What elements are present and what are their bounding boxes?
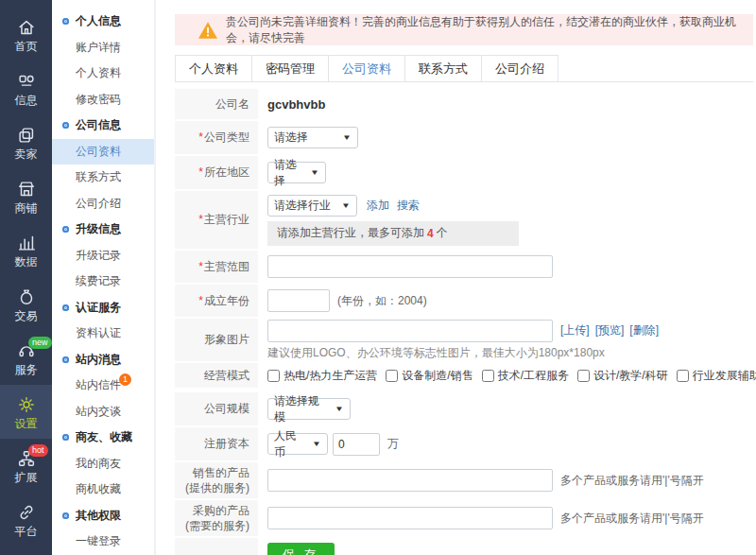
- region-row: 所在地区 请选择 ▼: [175, 156, 753, 189]
- image-upload-link[interactable]: [上传]: [560, 322, 590, 338]
- rail-item-service[interactable]: new 服务: [0, 331, 52, 385]
- menu-item-change-password[interactable]: 修改密码: [52, 87, 154, 113]
- founded-year-label: 成立年份: [198, 293, 249, 308]
- company-type-label: 公司类型: [198, 130, 249, 145]
- rail-item-label: 首页: [15, 41, 38, 52]
- menu-item-one-click-login[interactable]: 一键登录: [52, 529, 154, 555]
- rail-item-label: 服务: [15, 364, 38, 375]
- rail-item-label: 交易: [15, 310, 38, 321]
- business-mode-label: 经营模式: [204, 368, 249, 383]
- business-scope-row: 主营范围: [175, 251, 753, 283]
- menu-item-opportunity-favorites[interactable]: 商机收藏: [52, 477, 154, 503]
- products-sold-label: 销售的产品: [193, 465, 249, 480]
- app-root: 首页 信息 卖家 商铺 数据 交易 new 服务 设: [0, 0, 756, 555]
- menu-item-account-details[interactable]: 账户详情: [52, 35, 154, 61]
- founded-year-row: 成立年份 (年份，如：2004): [175, 285, 753, 317]
- business-scope-input[interactable]: [267, 255, 553, 278]
- menu-item-personal-profile[interactable]: 个人资料: [52, 61, 154, 87]
- menu-section-site-messages: 站内消息: [52, 347, 154, 373]
- products-bought-hint: 多个产品或服务请用'|'号隔开: [560, 511, 704, 527]
- primary-sidebar: 首页 信息 卖家 商铺 数据 交易 new 服务 设: [0, 0, 52, 555]
- rail-item-messages[interactable]: 信息: [0, 61, 52, 115]
- rail-item-settings[interactable]: 设置: [0, 385, 52, 439]
- rail-item-data[interactable]: 数据: [0, 223, 52, 277]
- checkbox-input[interactable]: [577, 370, 590, 382]
- industry-select[interactable]: 请选择行业 ▼: [267, 195, 357, 217]
- rail-item-platform[interactable]: 平台: [0, 493, 52, 546]
- rail-item-shop[interactable]: 商铺: [0, 169, 52, 223]
- checkbox-design-teaching[interactable]: 设计/教学/科研: [577, 368, 668, 384]
- company-name-row: 公司名 gcvbhvbb: [175, 89, 753, 119]
- industry-add-link[interactable]: 添加: [367, 198, 389, 214]
- industry-search-link[interactable]: 搜索: [397, 198, 420, 214]
- region-select[interactable]: 请选择 ▼: [267, 162, 326, 183]
- founded-year-input[interactable]: [267, 289, 330, 312]
- link-icon: [16, 502, 37, 523]
- main-industry-label: 主营行业: [198, 212, 249, 227]
- checkbox-tech-engineering[interactable]: 技术/工程服务: [482, 368, 569, 384]
- checkbox-industry-support[interactable]: 行业发展辅助: [677, 368, 756, 384]
- menu-section-certification: 认证服务: [52, 295, 154, 321]
- profile-tabs: 个人资料 密码管理 公司资料 联系方式 公司介绍: [175, 55, 753, 82]
- rail-item-seller[interactable]: 卖家: [0, 115, 52, 169]
- menu-item-upgrade-records[interactable]: 升级记录: [52, 243, 154, 269]
- messages-icon: [16, 71, 37, 92]
- company-size-row: 公司规模 请选择规模 ▼: [175, 392, 753, 425]
- rail-item-label: 信息: [15, 95, 38, 106]
- checkbox-thermal-power[interactable]: 热电/热力生产运营: [267, 368, 377, 384]
- menu-section-company-info: 公司信息: [52, 113, 154, 139]
- checkbox-input[interactable]: [386, 370, 398, 382]
- menu-item-company-profile[interactable]: 公司资料: [52, 139, 154, 165]
- menu-item-company-intro[interactable]: 公司介绍: [52, 191, 154, 217]
- founded-year-note: (年份，如：2004): [337, 293, 427, 309]
- warning-icon: [198, 21, 218, 40]
- menu-section-upgrade-info: 升级信息: [52, 217, 154, 243]
- currency-select[interactable]: 人民币 ▼: [267, 433, 328, 455]
- checkbox-input[interactable]: [267, 370, 280, 382]
- registered-capital-label: 注册资本: [204, 436, 249, 451]
- rail-item-home[interactable]: 首页: [0, 8, 52, 61]
- alert-text: 贵公司尚未完善详细资料！完善的商业信息有助于获得别人的信任，结交潜在的商业伙伴，…: [226, 14, 744, 46]
- tab-company-profile[interactable]: 公司资料: [328, 55, 405, 81]
- save-button[interactable]: 保 存: [267, 543, 335, 555]
- company-size-select[interactable]: 请选择规模 ▼: [267, 398, 351, 420]
- products-sold-input[interactable]: [267, 469, 553, 492]
- main-industry-row: 主营行业 请选择行业 ▼ 添加 搜索 请添加主营行业，最多可添加 4 个: [175, 191, 753, 249]
- menu-section-personal-info: 个人信息: [52, 9, 154, 35]
- menu-item-contact-info[interactable]: 联系方式: [52, 165, 154, 191]
- company-size-label: 公司规模: [204, 401, 249, 416]
- chevron-down-icon: ▼: [335, 405, 344, 413]
- checkbox-input[interactable]: [482, 370, 494, 382]
- tab-company-intro[interactable]: 公司介绍: [481, 55, 558, 81]
- menu-item-renewal-records[interactable]: 续费记录: [52, 269, 154, 295]
- rail-item-extensions[interactable]: hot 扩展: [0, 439, 52, 493]
- products-bought-row: 采购的产品 (需要的服务) 多个产品或服务请用'|'号隔开: [175, 500, 753, 536]
- rail-item-trade[interactable]: 交易: [0, 277, 52, 331]
- unread-count-badge: 1: [119, 373, 131, 386]
- menu-item-my-contacts[interactable]: 我的商友: [52, 451, 154, 477]
- rail-item-label: 扩展: [15, 472, 38, 483]
- chevron-down-icon: ▼: [312, 440, 321, 448]
- tab-password-management[interactable]: 密码管理: [251, 55, 329, 81]
- menu-section-other-permissions: 其他权限: [52, 503, 154, 529]
- checkbox-input[interactable]: [677, 370, 689, 382]
- image-preview-link[interactable]: [预览]: [595, 322, 625, 338]
- menu-item-site-chat[interactable]: 站内交谈: [52, 399, 154, 425]
- company-profile-form: 公司名 gcvbhvbb 公司类型 请选择 ▼ 所在地区 请选择: [175, 89, 753, 555]
- checkbox-equipment-manufacturing[interactable]: 设备制造/销售: [386, 368, 472, 384]
- capital-amount-input[interactable]: [333, 433, 380, 456]
- gear-icon: [16, 394, 37, 415]
- business-mode-row: 经营模式 热电/热力生产运营 设备制造/销售 技术/工程服务 设计/教学/科研 …: [175, 363, 753, 388]
- menu-item-site-mail[interactable]: 站内信件1: [52, 373, 154, 399]
- tab-personal-profile[interactable]: 个人资料: [175, 55, 252, 81]
- products-sold-hint: 多个产品或服务请用'|'号隔开: [560, 473, 704, 489]
- products-bought-input[interactable]: [267, 507, 553, 529]
- tab-contact-info[interactable]: 联系方式: [404, 55, 482, 81]
- company-type-select[interactable]: 请选择 ▼: [267, 127, 358, 148]
- seller-icon: [16, 125, 37, 146]
- image-path-input[interactable]: [267, 320, 553, 342]
- image-delete-link[interactable]: [删除]: [629, 322, 659, 338]
- main-content: 贵公司尚未完善详细资料！完善的商业信息有助于获得别人的信任，结交潜在的商业伙伴，…: [175, 0, 753, 555]
- menu-item-data-certification[interactable]: 资料认证: [52, 321, 154, 347]
- products-sold-sublabel: (提供的服务): [185, 480, 249, 495]
